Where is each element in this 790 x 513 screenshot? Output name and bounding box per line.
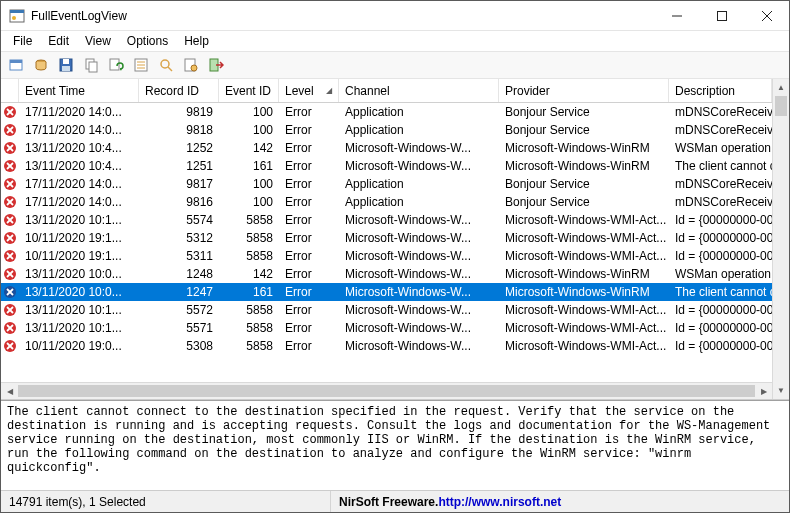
menu-edit[interactable]: Edit (40, 32, 77, 50)
status-brand-prefix: NirSoft Freeware. (339, 495, 438, 509)
menu-view[interactable]: View (77, 32, 119, 50)
col-icon[interactable] (1, 79, 19, 102)
scroll-left-icon[interactable]: ◀ (1, 383, 18, 399)
col-event-id[interactable]: Event ID (219, 79, 279, 102)
table-row[interactable]: 10/11/2020 19:0...53085858ErrorMicrosoft… (1, 337, 772, 355)
cell-provider: Microsoft-Windows-WinRM (499, 285, 669, 299)
cell-level: Error (279, 267, 339, 281)
menu-help[interactable]: Help (176, 32, 217, 50)
table-row[interactable]: 17/11/2020 14:0...9816100ErrorApplicatio… (1, 193, 772, 211)
table-row[interactable]: 17/11/2020 14:0...9819100ErrorApplicatio… (1, 103, 772, 121)
cell-time: 13/11/2020 10:1... (19, 303, 139, 317)
refresh-icon[interactable] (105, 54, 127, 76)
cell-desc: Id = {00000000-0000- (669, 231, 772, 245)
close-button[interactable] (744, 1, 789, 30)
horizontal-scrollbar[interactable]: ◀ ▶ (1, 382, 772, 399)
error-icon (1, 141, 19, 155)
scroll-up-icon[interactable]: ▲ (773, 79, 789, 96)
cell-desc: mDNSCoreReceiveRe (669, 177, 772, 191)
grid-body[interactable]: 17/11/2020 14:0...9819100ErrorApplicatio… (1, 103, 772, 382)
cell-channel: Microsoft-Windows-W... (339, 285, 499, 299)
col-event-time[interactable]: Event Time (19, 79, 139, 102)
cell-provider: Microsoft-Windows-WMI-Act... (499, 303, 669, 317)
status-count: 14791 item(s), 1 Selected (1, 491, 331, 512)
error-icon (1, 321, 19, 335)
table-row[interactable]: 13/11/2020 10:0...1248142ErrorMicrosoft-… (1, 265, 772, 283)
cell-desc: WSMan operation En (669, 141, 772, 155)
cell-channel: Microsoft-Windows-W... (339, 339, 499, 353)
error-icon (1, 195, 19, 209)
cell-desc: Id = {00000000-0000- (669, 339, 772, 353)
col-description[interactable]: Description (669, 79, 772, 102)
cell-provider: Microsoft-Windows-WMI-Act... (499, 249, 669, 263)
col-level[interactable]: Level◢ (279, 79, 339, 102)
minimize-button[interactable] (654, 1, 699, 30)
scroll-right-icon[interactable]: ▶ (755, 383, 772, 399)
col-channel[interactable]: Channel (339, 79, 499, 102)
cell-level: Error (279, 339, 339, 353)
table-row[interactable]: 13/11/2020 10:1...55725858ErrorMicrosoft… (1, 301, 772, 319)
cell-provider: Microsoft-Windows-WinRM (499, 159, 669, 173)
cell-evid: 142 (219, 141, 279, 155)
h-scroll-thumb[interactable] (18, 385, 755, 397)
grid-header: Event Time Record ID Event ID Level◢ Cha… (1, 79, 772, 103)
table-row[interactable]: 10/11/2020 19:1...53125858ErrorMicrosoft… (1, 229, 772, 247)
col-provider[interactable]: Provider (499, 79, 669, 102)
cell-time: 17/11/2020 14:0... (19, 123, 139, 137)
table-row[interactable]: 13/11/2020 10:0...1247161ErrorMicrosoft-… (1, 283, 772, 301)
cell-provider: Microsoft-Windows-WMI-Act... (499, 231, 669, 245)
cell-channel: Application (339, 195, 499, 209)
maximize-button[interactable] (699, 1, 744, 30)
open-icon[interactable] (5, 54, 27, 76)
cell-level: Error (279, 285, 339, 299)
menu-file[interactable]: File (5, 32, 40, 50)
titlebar[interactable]: FullEventLogView (1, 1, 789, 31)
cell-desc: mDNSCoreReceiveRe (669, 123, 772, 137)
menubar: File Edit View Options Help (1, 31, 789, 51)
cell-time: 13/11/2020 10:0... (19, 285, 139, 299)
cell-level: Error (279, 123, 339, 137)
error-icon (1, 159, 19, 173)
error-icon (1, 339, 19, 353)
status-brand-link[interactable]: http://www.nirsoft.net (438, 495, 561, 509)
find-icon[interactable] (155, 54, 177, 76)
cell-provider: Bonjour Service (499, 177, 669, 191)
table-row[interactable]: 13/11/2020 10:4...1252142ErrorMicrosoft-… (1, 139, 772, 157)
table-row[interactable]: 13/11/2020 10:1...55715858ErrorMicrosoft… (1, 319, 772, 337)
copy-icon[interactable] (80, 54, 102, 76)
cell-time: 13/11/2020 10:4... (19, 141, 139, 155)
vertical-scrollbar[interactable]: ▲ ▼ (772, 79, 789, 399)
error-icon (1, 285, 19, 299)
cell-time: 13/11/2020 10:1... (19, 321, 139, 335)
cell-channel: Microsoft-Windows-W... (339, 213, 499, 227)
detail-pane[interactable]: The client cannot connect to the destina… (1, 400, 789, 490)
cell-provider: Bonjour Service (499, 123, 669, 137)
svg-rect-4 (717, 11, 726, 20)
error-icon (1, 231, 19, 245)
table-row[interactable]: 13/11/2020 10:1...55745858ErrorMicrosoft… (1, 211, 772, 229)
options-icon[interactable] (180, 54, 202, 76)
col-record-id[interactable]: Record ID (139, 79, 219, 102)
cell-evid: 100 (219, 177, 279, 191)
scroll-down-icon[interactable]: ▼ (773, 382, 789, 399)
v-scroll-thumb[interactable] (775, 96, 787, 116)
cell-time: 10/11/2020 19:1... (19, 249, 139, 263)
cell-evid: 5858 (219, 303, 279, 317)
cell-level: Error (279, 213, 339, 227)
app-icon (9, 8, 25, 24)
menu-options[interactable]: Options (119, 32, 176, 50)
properties-icon[interactable] (130, 54, 152, 76)
table-row[interactable]: 17/11/2020 14:0...9817100ErrorApplicatio… (1, 175, 772, 193)
table-row[interactable]: 13/11/2020 10:4...1251161ErrorMicrosoft-… (1, 157, 772, 175)
source-icon[interactable] (30, 54, 52, 76)
cell-channel: Microsoft-Windows-W... (339, 159, 499, 173)
exit-icon[interactable] (205, 54, 227, 76)
cell-desc: Id = {00000000-0000- (669, 321, 772, 335)
save-icon[interactable] (55, 54, 77, 76)
cell-channel: Application (339, 105, 499, 119)
cell-time: 17/11/2020 14:0... (19, 105, 139, 119)
cell-time: 10/11/2020 19:0... (19, 339, 139, 353)
table-row[interactable]: 10/11/2020 19:1...53115858ErrorMicrosoft… (1, 247, 772, 265)
cell-recid: 5572 (139, 303, 219, 317)
table-row[interactable]: 17/11/2020 14:0...9818100ErrorApplicatio… (1, 121, 772, 139)
